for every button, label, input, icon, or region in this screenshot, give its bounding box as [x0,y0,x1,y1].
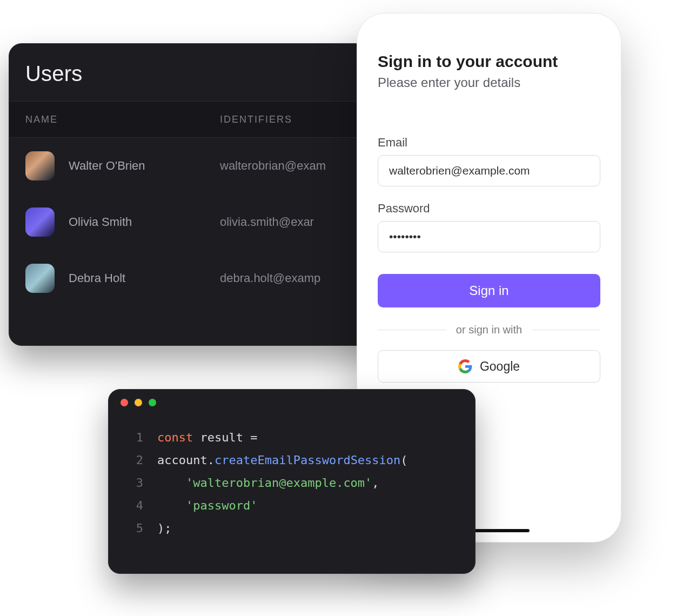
user-name: Olivia Smith [69,215,220,229]
code-comma: , [372,476,379,490]
user-name: Walter O'Brien [69,159,220,173]
code-paren: ( [400,453,407,467]
avatar [25,151,55,180]
line-number: 5 [122,517,143,540]
signin-button[interactable]: Sign in [378,274,600,307]
window-zoom-icon[interactable] [149,399,156,406]
password-field[interactable] [378,221,600,252]
avatar [25,264,55,293]
window-minimize-icon[interactable] [135,399,142,406]
code-operator: = [250,431,257,444]
google-oauth-label: Google [480,359,520,374]
code-panel: 1const result = 2account.createEmailPass… [108,389,476,574]
code-string: 'password' [186,499,257,512]
line-number: 1 [122,426,143,449]
code-identifier: account [157,453,207,467]
email-label: Email [378,136,600,150]
users-title: Users [25,62,82,86]
google-oauth-button[interactable]: Google [378,350,600,383]
window-titlebar [109,390,475,416]
signin-subtitle: Please enter your details [378,75,600,90]
code-function: createEmailPasswordSession [215,453,400,467]
line-number: 4 [122,494,143,517]
line-number: 3 [122,472,143,494]
google-icon [458,359,472,373]
user-name: Debra Holt [69,271,220,285]
code-dot: . [207,453,215,467]
window-close-icon[interactable] [120,399,128,406]
column-name-header: NAME [25,114,220,125]
divider-text: or sign in with [456,324,522,336]
avatar [25,207,55,237]
code-body: 1const result = 2account.createEmailPass… [109,416,475,551]
divider-line [378,330,446,330]
divider-line [532,330,600,330]
oauth-divider: or sign in with [378,324,600,336]
line-number: 2 [122,449,143,472]
code-identifier: result [200,431,243,444]
code-keyword: const [157,431,193,444]
signin-title: Sign in to your account [378,52,600,71]
email-field[interactable] [378,155,600,186]
password-label: Password [378,202,600,216]
code-paren: ); [157,521,172,535]
code-string: 'walterobrian@example.com' [186,476,372,490]
